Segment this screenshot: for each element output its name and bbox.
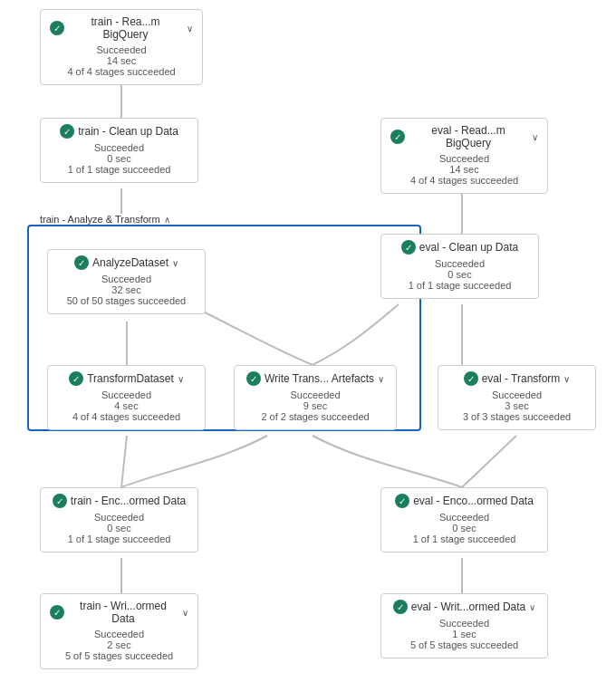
node-title: train - Wri...ormed Data <box>68 600 178 625</box>
node-title: eval - Writ...ormed Data <box>411 601 525 613</box>
chevron-down-icon[interactable]: ∨ <box>529 602 535 612</box>
node-duration: 0 sec <box>50 153 188 164</box>
node-title: TransformDataset <box>87 372 174 385</box>
node-stages: 50 of 50 stages succeeded <box>57 295 196 306</box>
node-duration: 0 sec <box>50 523 188 533</box>
node-title: eval - Enco...ormed Data <box>413 495 534 507</box>
chevron-down-icon[interactable]: ∨ <box>532 132 538 142</box>
node-stages: 1 of 1 stage succeeded <box>50 164 188 175</box>
node-duration: 3 sec <box>448 400 586 411</box>
node-stages: 3 of 3 stages succeeded <box>448 411 586 422</box>
node-duration: 1 sec <box>390 629 538 639</box>
chevron-down-icon[interactable]: ∨ <box>172 258 178 268</box>
node-title: train - Rea...m BigQuery <box>68 15 183 41</box>
node-title: eval - Transform <box>482 372 561 385</box>
node-eval-writ-data[interactable]: ✓ eval - Writ...ormed Data ∨ Succeeded 1… <box>380 593 548 658</box>
node-duration: 9 sec <box>244 400 387 411</box>
node-eval-read-bigquery[interactable]: ✓ eval - Read...m BigQuery ∨ Succeeded 1… <box>380 118 548 194</box>
node-duration: 2 sec <box>50 639 188 650</box>
node-title: eval - Read...m BigQuery <box>409 124 528 149</box>
node-header: ✓ eval - Read...m BigQuery ∨ <box>390 124 538 149</box>
node-write-trans-artefacts[interactable]: ✓ Write Trans... Artefacts ∨ Succeeded 9… <box>234 365 397 430</box>
node-status: Succeeded <box>448 389 586 400</box>
check-icon: ✓ <box>50 21 64 35</box>
node-duration: 4 sec <box>57 400 196 411</box>
node-eval-enc-data[interactable]: ✓ eval - Enco...ormed Data Succeeded 0 s… <box>380 487 548 553</box>
node-train-read-bigquery[interactable]: ✓ train - Rea...m BigQuery ∨ Succeeded 1… <box>40 9 203 85</box>
check-icon: ✓ <box>395 494 409 508</box>
check-icon: ✓ <box>60 124 74 139</box>
group-label: train - Analyze & Transform ∧ <box>36 214 174 225</box>
node-status: Succeeded <box>390 258 529 269</box>
node-header: ✓ TransformDataset ∨ <box>57 371 196 386</box>
node-header: ✓ train - Clean up Data <box>50 124 188 139</box>
node-header: ✓ Write Trans... Artefacts ∨ <box>244 371 387 386</box>
node-stages: 5 of 5 stages succeeded <box>390 639 538 650</box>
node-header: ✓ train - Rea...m BigQuery ∨ <box>50 15 193 41</box>
node-duration: 14 sec <box>390 164 538 175</box>
node-title: Write Trans... Artefacts <box>265 372 374 385</box>
pipeline-canvas: train - Analyze & Transform ∧ ✓ train - … <box>0 0 616 692</box>
check-icon: ✓ <box>464 371 478 386</box>
check-icon: ✓ <box>74 255 89 270</box>
node-status: Succeeded <box>57 274 196 284</box>
chevron-down-icon[interactable]: ∨ <box>378 374 384 384</box>
chevron-down-icon[interactable]: ∨ <box>563 374 570 384</box>
node-header: ✓ eval - Writ...ormed Data ∨ <box>390 600 538 614</box>
node-eval-transform[interactable]: ✓ eval - Transform ∨ Succeeded 3 sec 3 o… <box>438 365 596 430</box>
chevron-down-icon[interactable]: ∨ <box>187 24 193 34</box>
node-status: Succeeded <box>244 389 387 400</box>
node-status: Succeeded <box>50 44 193 55</box>
node-train-cleanup[interactable]: ✓ train - Clean up Data Succeeded 0 sec … <box>40 118 198 183</box>
group-title: train - Analyze & Transform <box>40 214 160 225</box>
node-status: Succeeded <box>50 512 188 523</box>
node-train-enc-data[interactable]: ✓ train - Enc...ormed Data Succeeded 0 s… <box>40 487 198 553</box>
node-header: ✓ eval - Transform ∨ <box>448 371 586 386</box>
node-train-wri-data[interactable]: ✓ train - Wri...ormed Data ∨ Succeeded 2… <box>40 593 198 669</box>
node-duration: 32 sec <box>57 284 196 295</box>
node-status: Succeeded <box>390 153 538 164</box>
chevron-down-icon[interactable]: ∨ <box>178 374 184 384</box>
check-icon: ✓ <box>246 371 261 386</box>
check-icon: ✓ <box>390 130 405 144</box>
node-stages: 4 of 4 stages succeeded <box>57 411 196 422</box>
node-stages: 1 of 1 stage succeeded <box>390 280 529 291</box>
check-icon: ✓ <box>53 494 67 508</box>
node-duration: 14 sec <box>50 55 193 66</box>
node-duration: 0 sec <box>390 523 538 533</box>
node-title: train - Clean up Data <box>78 125 178 138</box>
node-status: Succeeded <box>390 618 538 629</box>
node-header: ✓ eval - Enco...ormed Data <box>390 494 538 508</box>
node-title: eval - Clean up Data <box>419 241 518 254</box>
node-status: Succeeded <box>50 142 188 153</box>
node-stages: 4 of 4 stages succeeded <box>50 66 193 77</box>
node-title: train - Enc...ormed Data <box>71 495 186 507</box>
node-header: ✓ AnalyzeDataset ∨ <box>57 255 196 270</box>
chevron-down-icon[interactable]: ∨ <box>182 608 188 618</box>
node-stages: 5 of 5 stages succeeded <box>50 650 188 661</box>
check-icon: ✓ <box>393 600 408 614</box>
node-stages: 1 of 1 stage succeeded <box>50 533 188 544</box>
node-header: ✓ train - Wri...ormed Data ∨ <box>50 600 188 625</box>
node-status: Succeeded <box>57 389 196 400</box>
node-duration: 0 sec <box>390 269 529 280</box>
node-header: ✓ train - Enc...ormed Data <box>50 494 188 508</box>
node-title: AnalyzeDataset <box>92 256 168 269</box>
node-eval-cleanup[interactable]: ✓ eval - Clean up Data Succeeded 0 sec 1… <box>380 234 539 299</box>
node-transform-dataset[interactable]: ✓ TransformDataset ∨ Succeeded 4 sec 4 o… <box>47 365 206 430</box>
node-status: Succeeded <box>50 629 188 639</box>
node-status: Succeeded <box>390 512 538 523</box>
node-stages: 2 of 2 stages succeeded <box>244 411 387 422</box>
check-icon: ✓ <box>69 371 83 386</box>
check-icon: ✓ <box>401 240 416 255</box>
check-icon: ✓ <box>50 605 64 620</box>
node-stages: 1 of 1 stage succeeded <box>390 533 538 544</box>
node-analyze-dataset[interactable]: ✓ AnalyzeDataset ∨ Succeeded 32 sec 50 o… <box>47 249 206 314</box>
node-header: ✓ eval - Clean up Data <box>390 240 529 255</box>
node-stages: 4 of 4 stages succeeded <box>390 175 538 186</box>
group-chevron-up[interactable]: ∧ <box>164 215 170 225</box>
